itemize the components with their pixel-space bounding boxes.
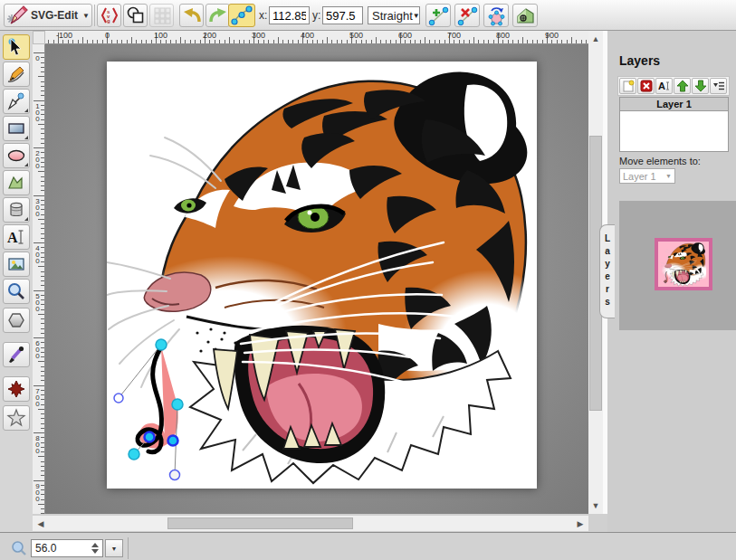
move-elements-select[interactable]: Layer 1 ▼	[619, 168, 675, 184]
ruler-tick	[97, 40, 98, 43]
shape-library-icon	[6, 200, 26, 220]
line-tool-button[interactable]	[3, 89, 30, 114]
path-node[interactable]	[156, 339, 167, 350]
path-node[interactable]	[172, 399, 183, 410]
flyout-indicator	[24, 217, 28, 221]
zoom-tool-button[interactable]	[3, 279, 30, 304]
move-layer-up-button[interactable]	[674, 78, 691, 94]
insert-node-button[interactable]	[425, 4, 451, 27]
control-handle[interactable]	[170, 470, 180, 480]
ruler-tick	[234, 40, 234, 43]
svg-canvas[interactable]	[107, 62, 537, 489]
ruler-tick	[478, 40, 479, 43]
ruler-tick	[33, 385, 44, 386]
path-tool-button[interactable]	[3, 170, 30, 195]
ruler-label: 100	[154, 31, 167, 40]
layer-menu-button[interactable]	[710, 78, 727, 94]
ruler-tick	[33, 432, 44, 433]
segment-type-select[interactable]: Straight ▼	[368, 6, 420, 24]
ruler-tick	[571, 37, 572, 43]
shapes-button[interactable]	[123, 4, 148, 27]
polygon-tool-button[interactable]	[3, 308, 30, 333]
edit-nodes-button[interactable]	[228, 4, 255, 27]
image-tool-button[interactable]	[3, 252, 30, 277]
ornament-tool-button[interactable]	[3, 376, 30, 402]
ruler-tick	[209, 40, 210, 43]
main-menu-button[interactable]: SVG-Edit ▼	[4, 4, 92, 27]
pencil-tool-button[interactable]	[3, 62, 30, 87]
rectangle-tool-button[interactable]	[3, 116, 30, 141]
insert-node-icon	[428, 5, 449, 26]
rename-layer-button[interactable]: A	[655, 78, 673, 94]
layer-thumbnail-image	[658, 242, 709, 287]
text-tool-button[interactable]: A	[3, 224, 30, 250]
zoom-spinner[interactable]	[91, 543, 99, 554]
scroll-down-arrow[interactable]: ▼	[588, 499, 603, 512]
svg-text:A: A	[658, 81, 665, 91]
scroll-right-arrow[interactable]: ▶	[574, 516, 587, 531]
x-coordinate-input[interactable]	[269, 6, 310, 24]
new-layer-icon	[622, 80, 635, 92]
layer-thumbnail[interactable]	[655, 238, 712, 290]
workspace[interactable]	[45, 44, 588, 514]
scroll-left-arrow[interactable]: ◀	[34, 516, 47, 531]
horizontal-scroll-thumb[interactable]	[167, 517, 353, 529]
ruler-label: 700	[33, 387, 42, 406]
ruler-tick	[41, 138, 44, 139]
text-tool-icon: A	[6, 227, 26, 247]
main-menu-label: SVG-Edit	[31, 9, 78, 22]
open-close-path-button[interactable]	[483, 4, 509, 27]
layers-panel-tab[interactable]: Layers	[599, 224, 615, 318]
path-node-selected[interactable]	[145, 432, 155, 442]
delete-node-button[interactable]	[454, 4, 480, 27]
new-layer-button[interactable]	[619, 78, 636, 94]
grid-button[interactable]	[149, 4, 174, 27]
redo-button[interactable]	[206, 4, 230, 27]
star-tool-button[interactable]	[3, 405, 30, 431]
eyedropper-tool-button[interactable]	[3, 342, 30, 367]
ruler-tick	[298, 40, 299, 43]
ruler-tick	[312, 40, 313, 43]
ruler-tick	[176, 40, 177, 43]
pencil-tool-icon	[6, 64, 26, 84]
ruler-tick	[38, 314, 44, 315]
layer-row[interactable]: Layer 1	[620, 98, 728, 111]
ruler-tick	[41, 185, 44, 186]
ruler-tick	[410, 40, 411, 43]
control-handle[interactable]	[114, 394, 123, 403]
zoom-preset-dropdown[interactable]: ▼	[105, 539, 123, 557]
undo-button[interactable]	[179, 4, 204, 27]
ruler-tick	[459, 40, 460, 43]
scroll-up-arrow[interactable]: ▲	[588, 33, 603, 45]
horizontal-scrollbar[interactable]: ◀ ▶	[33, 516, 588, 531]
ruler-tick	[586, 40, 587, 43]
ruler-tick	[41, 271, 44, 272]
make-link-button[interactable]	[512, 4, 538, 27]
ruler-label: 0	[105, 31, 110, 40]
layer-up-icon	[676, 80, 689, 92]
ruler-tick	[322, 40, 323, 43]
ruler-tick	[180, 37, 181, 43]
ellipse-tool-button[interactable]	[3, 143, 30, 168]
ruler-tick	[160, 40, 161, 43]
ruler-tick	[62, 40, 63, 43]
ruler-tick	[41, 285, 44, 286]
ruler-tick	[41, 423, 44, 424]
delete-layer-button[interactable]	[637, 78, 655, 94]
path-node-selected[interactable]	[168, 436, 178, 446]
source-code-button[interactable]: s v g	[97, 4, 121, 27]
horizontal-ruler: -10001002003004005006007008009001000	[45, 31, 601, 44]
select-tool-button[interactable]	[3, 34, 30, 60]
ruler-tick	[439, 40, 440, 43]
ruler-tick	[41, 418, 44, 419]
zoom-level-input[interactable]: 56.0	[31, 539, 103, 557]
y-coordinate-label: y:	[312, 9, 320, 22]
shape-library-button[interactable]	[3, 197, 30, 223]
move-layer-down-button[interactable]	[692, 78, 709, 94]
svg-text:g: g	[107, 18, 110, 24]
ruler-tick	[41, 190, 44, 191]
path-node[interactable]	[129, 449, 139, 460]
ruler-tick	[68, 40, 69, 43]
ruler-tick	[225, 40, 225, 43]
y-coordinate-input[interactable]	[322, 6, 363, 24]
